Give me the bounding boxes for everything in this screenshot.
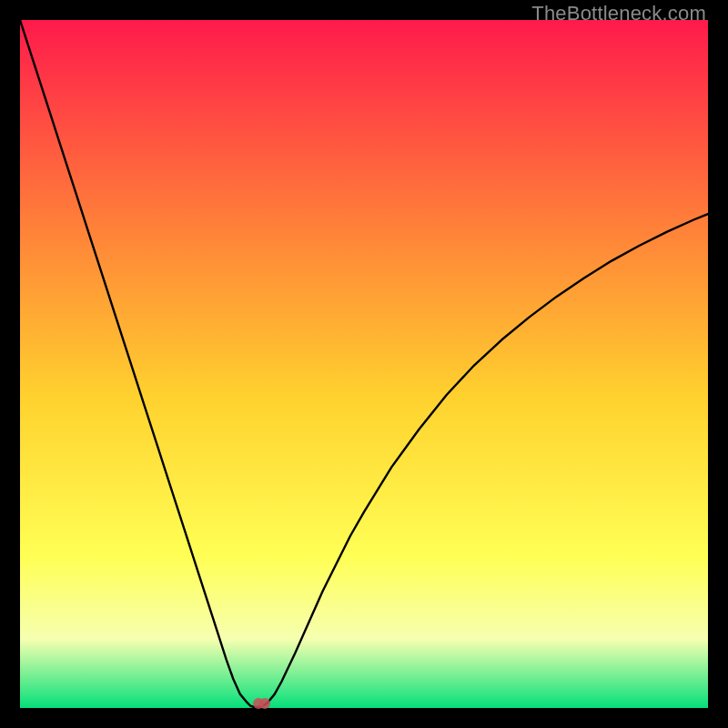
- chart-frame: [20, 20, 708, 708]
- chart-background: [20, 20, 708, 708]
- chart-svg: [20, 20, 708, 708]
